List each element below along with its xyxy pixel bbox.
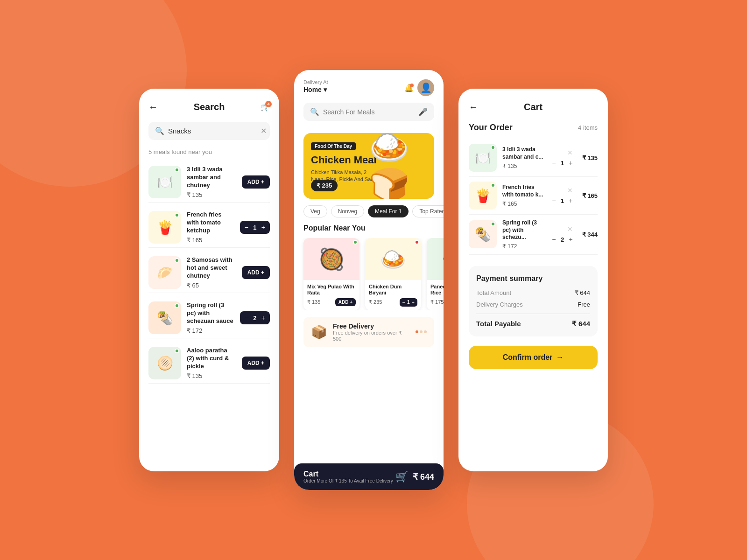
qty-decrease[interactable]: −: [552, 197, 556, 204]
cart-bar-right: 🛒 ₹ 644: [395, 471, 434, 483]
order-count: 4 items: [578, 124, 598, 131]
qty-increase[interactable]: +: [569, 159, 573, 167]
clear-icon[interactable]: ✕: [261, 126, 267, 135]
results-label: 5 meals found near you: [148, 148, 270, 155]
list-item: 🌯 Spring roll (3 pc) with schezuan sauce…: [148, 298, 270, 338]
confirm-order-button[interactable]: Confirm order →: [469, 346, 598, 369]
nonveg-dot: [415, 240, 419, 245]
remove-button[interactable]: ✕: [567, 149, 573, 156]
meal-image: 🫓: [148, 347, 181, 379]
food-of-day-banner[interactable]: Food Of The Day Chicken Meal Chicken Tik…: [303, 133, 434, 199]
qty-number: 1: [252, 224, 258, 231]
confirm-arrow-icon: →: [556, 353, 564, 362]
popular-card-body: Paneer M... With Rice ₹ 175 ADD +: [427, 280, 444, 309]
cart-qty-control: − 1 +: [552, 159, 572, 167]
qty-decrease[interactable]: −: [245, 314, 248, 322]
filter-veg[interactable]: Veg: [303, 205, 327, 217]
confirm-order-label: Confirm order: [503, 353, 553, 362]
search-input[interactable]: [168, 127, 257, 135]
delivery-charges-value: Free: [578, 301, 590, 308]
mic-icon[interactable]: 🎤: [418, 107, 428, 116]
qty-control: − 1 +: [240, 221, 270, 234]
veg-dot: [353, 240, 358, 245]
home-top: Delivery At Home ▾ 🔔 👤 🔍 🎤: [294, 70, 444, 133]
banner-tag: Food Of The Day: [311, 142, 356, 150]
qty-decrease[interactable]: −: [245, 224, 248, 231]
filter-meal-for-1[interactable]: Meal For 1: [368, 205, 409, 217]
remove-button[interactable]: ✕: [567, 187, 573, 194]
home-icons: 🔔 👤: [404, 79, 434, 96]
qty-decrease[interactable]: −: [402, 300, 405, 305]
dot: [420, 330, 423, 333]
cart-title: Cart: [524, 102, 543, 112]
qty-increase[interactable]: +: [412, 300, 415, 305]
home-search-input[interactable]: [323, 108, 415, 116]
meal-info: French fries with tomato ketchup ₹ 165: [187, 211, 234, 244]
meal-list: 🍽️ 3 Idli 3 wada sambar and chutney ₹ 13…: [148, 162, 270, 384]
home-search-bar: 🔍 🎤: [303, 103, 434, 121]
qty-increase[interactable]: +: [569, 236, 573, 243]
cart-back-button[interactable]: ←: [469, 102, 478, 112]
meal-action: ADD +: [242, 266, 270, 279]
meal-name: French fries with tomato ketchup: [187, 211, 234, 235]
meal-name: 2 Samosas with hot and sweet chutney: [187, 256, 236, 280]
filter-pills: Veg Nonveg Meal For 1 Top Rated: [294, 205, 444, 217]
cart-bar[interactable]: Cart Order More Of ₹ 135 To Avail Free D…: [294, 463, 444, 490]
cart-bar-info: Cart Order More Of ₹ 135 To Avail Free D…: [303, 470, 393, 483]
meal-action: ADD +: [242, 357, 270, 370]
free-delivery-banner: 📦 Free Delivery Free delivery on orders …: [303, 317, 434, 347]
add-button[interactable]: ADD +: [242, 175, 270, 189]
filter-top-rated[interactable]: Top Rated: [412, 205, 444, 217]
cart-screen: ← Cart Your Order 4 items 🍽️ 3 Idli 3 wa…: [458, 89, 608, 471]
popular-card-body: Chicken Dum Biryani ₹ 235 − 1 +: [365, 280, 421, 310]
bell-wrap[interactable]: 🔔: [404, 84, 414, 92]
meal-name: 3 Idli 3 wada sambar and chutney: [187, 166, 236, 189]
screens-container: ← Search 🛒 4 🔍 ✕ 5 meals found near you …: [139, 70, 608, 490]
popular-card-price: ₹ 175: [430, 299, 444, 305]
qty-decrease[interactable]: −: [552, 159, 556, 167]
meal-action: ADD +: [242, 175, 270, 189]
add-button[interactable]: ADD +: [242, 357, 270, 370]
popular-card: 🥘 Mix Veg Pulao With Raita ₹ 135 ADD +: [303, 238, 359, 310]
veg-dot: [491, 183, 495, 188]
qty-increase[interactable]: +: [569, 197, 573, 204]
delivery-location[interactable]: Home ▾: [303, 86, 328, 93]
cart-qty-control: − 1 +: [552, 197, 572, 204]
cart-button[interactable]: 🛒 4: [261, 103, 270, 112]
popular-add-button[interactable]: ADD +: [335, 298, 356, 306]
order-title: Your Order: [469, 123, 513, 133]
meal-price: ₹ 172: [187, 327, 234, 334]
total-amount-row: Total Amount ₹ 644: [476, 289, 590, 296]
list-item: 🍟 French fries with tomato ketchup ₹ 165…: [148, 207, 270, 248]
cart-item: 🍟 French fries with tomato k... ₹ 165 ✕ …: [469, 177, 598, 215]
cart-bar-icon: 🛒: [395, 471, 408, 483]
cart-item-price: ₹ 165: [502, 201, 546, 207]
avatar[interactable]: 👤: [417, 79, 434, 96]
add-button[interactable]: ADD +: [242, 266, 270, 279]
payment-title: Payment summary: [476, 274, 590, 283]
cart-item-total: ₹ 135: [582, 154, 598, 161]
cart-item-info: French fries with tomato k... ₹ 165: [502, 184, 546, 207]
cart-bar-title: Cart: [303, 470, 393, 478]
total-payable-value: ₹ 644: [572, 320, 590, 328]
qty-decrease[interactable]: −: [552, 236, 556, 243]
home-screen: Delivery At Home ▾ 🔔 👤 🔍 🎤: [294, 70, 444, 490]
veg-dot: [175, 213, 179, 217]
meal-info: 3 Idli 3 wada sambar and chutney ₹ 135: [187, 166, 236, 198]
popular-card-name: Mix Veg Pulao With Raita: [307, 284, 356, 296]
list-item: 🍽️ 3 Idli 3 wada sambar and chutney ₹ 13…: [148, 162, 270, 203]
free-delivery-subtitle: Free delivery on orders over ₹ 500: [333, 330, 410, 342]
popular-card-image: 🥘: [303, 238, 359, 280]
back-button[interactable]: ←: [148, 102, 158, 112]
meal-action: − 2 +: [240, 311, 270, 324]
popular-card: 🍛 Chicken Dum Biryani ₹ 235 − 1 +: [365, 238, 421, 310]
total-amount-label: Total Amount: [476, 289, 511, 296]
qty-increase[interactable]: +: [261, 314, 265, 322]
qty-increase[interactable]: +: [261, 224, 265, 231]
banner-price: ₹ 235: [311, 180, 338, 191]
qty-number: 2: [560, 236, 565, 243]
remove-button[interactable]: ✕: [567, 225, 573, 233]
meal-action: − 1 +: [240, 221, 270, 234]
filter-nonveg[interactable]: Nonveg: [331, 205, 364, 217]
cart-item-image: 🍟: [469, 182, 497, 210]
